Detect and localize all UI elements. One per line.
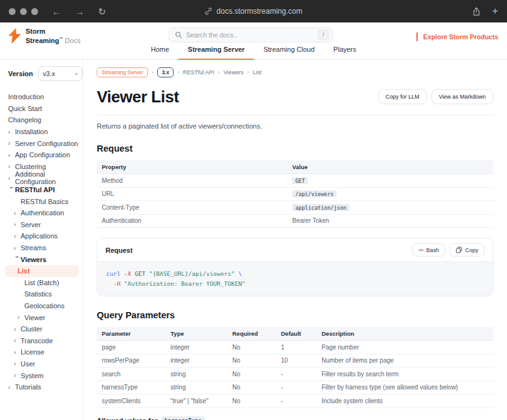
copy-label: Copy <box>465 247 478 253</box>
property-cell: Method <box>97 177 287 184</box>
sidebar-item-user[interactable]: ›User <box>0 358 82 370</box>
code-line: curl -X GET "{BASE_URL}/api/viewers" \ <box>106 269 484 279</box>
cell-type: "true" | "false" <box>165 398 227 404</box>
column-header-property: Property <box>97 164 287 170</box>
logo-trademark: ™ <box>59 37 63 41</box>
value-cell: Bearer Token <box>287 217 493 224</box>
tab-streaming-cloud[interactable]: Streaming Cloud <box>254 42 324 60</box>
sidebar-item-viewers[interactable]: ›Viewers <box>0 253 82 265</box>
sidebar-item-app-configuration[interactable]: ›App Configuration <box>0 149 82 161</box>
logo-line2: Streaming <box>26 37 59 44</box>
tab-streaming-server[interactable]: Streaming Server <box>179 42 254 60</box>
sidebar-item-label: Quick Start <box>8 105 42 112</box>
table-row: harnessTypestringNo-Filter by harness ty… <box>97 381 493 395</box>
copy-for-llm-button[interactable]: Copy for LLM <box>378 89 427 104</box>
sidebar-item-restful-api[interactable]: ›RESTful API <box>0 184 82 196</box>
request-section-heading: Request <box>97 144 493 154</box>
breadcrumb: Streaming Server›3.x›RESTful API›Viewers… <box>97 67 493 77</box>
new-tab-icon[interactable]: + <box>492 5 498 17</box>
cell-parameter: search <box>97 371 165 378</box>
reload-icon[interactable]: ↻ <box>98 7 106 16</box>
breadcrumb-separator: › <box>177 69 179 76</box>
window-minimize-button[interactable] <box>20 8 27 15</box>
sidebar-item-label: Clustering <box>15 163 46 170</box>
chevron-right-icon: › <box>8 129 15 135</box>
forward-arrow-icon[interactable]: → <box>75 7 84 16</box>
chevron-right-icon: › <box>8 152 15 159</box>
search-bar[interactable]: / <box>169 27 333 42</box>
window-zoom-button[interactable] <box>31 8 38 15</box>
code-token: "{BASE_URL}/api/viewers" <box>149 270 239 277</box>
sidebar-item-installation[interactable]: ›Installation <box>0 126 82 138</box>
sidebar-item-tutorials[interactable]: ›Tutorials <box>0 381 82 393</box>
sidebar-item-applications[interactable]: ›Applications <box>0 230 82 242</box>
sidebar: Version v3.x › IntroductionQuick StartCh… <box>0 60 83 420</box>
sidebar-item-cluster[interactable]: ›Cluster <box>0 323 82 335</box>
cell-description: Filter by harness type (see allowed valu… <box>317 384 493 391</box>
sidebar-item-label: License <box>21 348 44 356</box>
sidebar-item-list-batch[interactable]: List (Batch) <box>0 277 82 289</box>
sidebar-item-transcode[interactable]: ›Transcode <box>0 335 82 346</box>
code-token: curl <box>106 270 124 277</box>
sidebar-item-list[interactable]: List <box>5 265 79 277</box>
copy-code-button[interactable]: Copy <box>450 243 485 256</box>
breadcrumb-restful-api[interactable]: RESTful API <box>183 69 214 76</box>
sidebar-item-introduction[interactable]: Introduction <box>0 91 82 103</box>
sidebar-item-label: Viewers <box>21 256 46 263</box>
view-as-markdown-button[interactable]: View as Markdown <box>431 89 493 104</box>
table-row: Content-Typeapplication/json <box>97 201 493 215</box>
sidebar-item-statistics[interactable]: Statistics <box>0 288 82 300</box>
breadcrumb-viewers[interactable]: Viewers <box>224 69 244 76</box>
sidebar-item-label: User <box>21 360 35 368</box>
chevron-right-icon: › <box>14 372 21 379</box>
cell-description: Page number <box>317 344 493 351</box>
sidebar-item-changelog[interactable]: Changelog <box>0 114 82 126</box>
sidebar-item-geolocations[interactable]: Geolocations <box>0 300 82 312</box>
share-icon[interactable] <box>472 7 481 16</box>
search-icon <box>175 31 182 39</box>
sidebar-item-restful-basics[interactable]: RESTful Basics <box>0 195 82 207</box>
nav-tabs: HomeStreaming ServerStreaming CloudPlaye… <box>141 42 365 60</box>
chevron-right-icon: › <box>14 221 21 228</box>
breadcrumb-streaming-server[interactable]: Streaming Server <box>97 67 148 77</box>
chevron-down-icon: › <box>14 256 21 263</box>
tab-home[interactable]: Home <box>141 42 178 60</box>
sidebar-item-streams[interactable]: ›Streams <box>0 242 82 254</box>
explore-storm-products-link[interactable]: Explore Storm Products <box>416 32 498 41</box>
property-cell: Content-Type <box>97 204 287 211</box>
version-select[interactable]: v3.x › <box>38 66 82 81</box>
breadcrumb-3-x[interactable]: 3.x <box>157 67 174 77</box>
column-header-description: Description <box>317 330 493 337</box>
address-bar[interactable]: docs.stormstreaming.com <box>205 7 302 16</box>
sidebar-item-label: Viewer <box>24 314 45 321</box>
back-arrow-icon[interactable]: ← <box>52 7 61 16</box>
logo-line1: Storm <box>26 27 81 35</box>
sidebar-item-license[interactable]: ›License <box>0 346 82 358</box>
bash-language-button[interactable]: <> Bash <box>412 243 445 256</box>
main-content: Streaming Server›3.x›RESTful API›Viewers… <box>83 60 507 420</box>
storm-streaming-logo[interactable]: Storm Streaming™ Docs <box>7 27 81 44</box>
sidebar-item-system[interactable]: ›System <box>0 369 82 381</box>
breadcrumb-separator: › <box>152 69 154 76</box>
sidebar-item-quick-start[interactable]: Quick Start <box>0 103 82 115</box>
code-badge: /api/viewers <box>292 190 337 197</box>
request-table: Property Value MethodGETURL/api/viewersC… <box>97 160 493 228</box>
code-token: \ <box>239 270 242 277</box>
sidebar-item-label: Streams <box>21 244 46 252</box>
sidebar-item-label: RESTful Basics <box>21 198 68 205</box>
search-input[interactable] <box>186 31 314 39</box>
window-close-button[interactable] <box>9 8 16 15</box>
sidebar-item-server[interactable]: ›Server <box>0 219 82 231</box>
tab-players[interactable]: Players <box>324 42 366 60</box>
sidebar-item-label: Transcode <box>21 337 53 344</box>
breadcrumb-list[interactable]: List <box>253 69 262 76</box>
table-row: systemClients"true" | "false"No-Include … <box>97 394 493 408</box>
sidebar-item-additional-configuration[interactable]: ›Additional Configuration <box>0 172 82 184</box>
sidebar-item-server-configuration[interactable]: ›Server Configuration <box>0 137 82 149</box>
sidebar-item-label: App Configuration <box>15 151 70 159</box>
sidebar-item-viewer[interactable]: ›Viewer <box>0 311 82 323</box>
column-header-required: Required <box>227 330 276 337</box>
sidebar-item-authentication[interactable]: ›Authentication <box>0 207 82 219</box>
cell-default: 10 <box>276 357 317 364</box>
copy-icon <box>456 247 462 253</box>
